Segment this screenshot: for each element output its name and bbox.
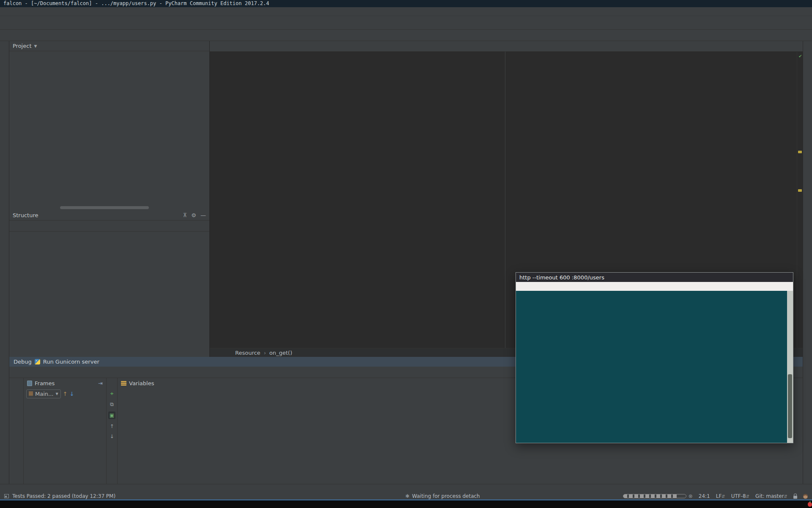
chevron-down-icon: ▼ [55,392,58,396]
line-separator-widget[interactable]: LF⇵ [716,493,725,499]
project-panel-title: Project [13,43,31,49]
caret-position[interactable]: 24:1 [699,493,710,499]
right-tool-strip [803,41,812,484]
frames-panel: Frames ⇥ Main... ▼ ↑ ↓ [24,378,107,484]
scrollbar-thumb[interactable] [788,374,792,438]
scrollbar-thumb[interactable] [60,206,149,209]
structure-header-icons[interactable]: ⊼ ⚙ — [183,213,206,218]
editor-tabs [210,41,803,52]
down-icon[interactable]: ↓ [110,433,114,439]
tool-window-bar [0,484,812,493]
up-icon[interactable]: ↑ [110,423,114,429]
hard-wrap-guide [505,52,505,348]
warning-mark[interactable] [798,151,802,153]
thread-selector[interactable]: Main... ▼ [26,389,61,398]
breadcrumb-method[interactable]: on_get() [269,350,292,356]
next-frame-icon[interactable]: ↓ [70,391,74,397]
encoding-widget[interactable]: UTF-8⇵ [731,493,749,499]
toolwindow-switcher-icon[interactable] [4,494,9,498]
debugger-actions-strip [9,378,24,484]
watch-view-icon[interactable]: ▣ [108,411,115,419]
thread-icon [29,392,33,396]
tests-status[interactable]: Tests Passed: 2 passed (today 12:37 PM) [12,493,115,499]
terminal-scrollbar[interactable] [787,291,793,443]
terminal-menu-bar [516,282,793,291]
thread-name: Main... [35,391,53,397]
warning-mark[interactable] [798,189,802,192]
structure-panel-title: Structure [13,212,38,218]
variables-icon [121,381,126,386]
structure-panel-header[interactable]: Structure ⊼ ⚙ — [9,210,209,221]
previous-frame-icon[interactable]: ↑ [63,391,68,397]
copy-icon[interactable]: ⧉ [110,401,114,407]
main-toolbar [0,16,812,30]
variables-title: Variables [129,380,154,387]
python-icon [35,359,40,364]
chevron-right-icon: › [264,350,266,356]
red-indicator-icon [808,502,812,507]
breadcrumb-class[interactable]: Resource [235,350,261,356]
system-taskbar [0,500,812,508]
background-progress-bar [623,494,686,498]
spinner-icon: ✱ [405,493,409,499]
popout-icon[interactable]: ⇥ [98,380,103,387]
frames-title: Frames [35,380,55,387]
error-stripe[interactable]: ✔ [797,52,803,348]
status-bar: Tests Passed: 2 passed (today 12:37 PM) … [0,493,812,500]
chevron-down-icon[interactable]: ▼ [34,44,37,48]
left-tool-strip [0,41,9,484]
navigation-breadcrumb-bar [0,30,812,41]
status-message: Waiting for process detach [412,493,480,499]
structure-tree [9,232,209,357]
lock-icon[interactable] [793,496,797,499]
pycharm-window: falcon - [~/Documents/falcon] - .../myap… [0,0,812,508]
settings-icon[interactable]: ⚙ [191,213,196,218]
hide-icon[interactable]: — [200,213,206,218]
terminal-title: http --timeout 600 :8000/users [519,274,604,281]
terminal-output[interactable] [516,291,793,443]
variables-mini-toolbar: ＋ ⧉ ▣ ↑ ↓ [107,378,118,484]
debug-session-name: Run Gunicorn server [43,359,99,365]
structure-toolbar [9,221,209,232]
sidebar: Project ▼ Structure ⊼ ⚙ — [9,41,210,357]
project-tree [9,51,209,206]
cancel-progress-icon[interactable]: ⊗ [689,493,693,499]
git-branch-widget[interactable]: Git: master⇵ [755,493,787,499]
highlighting-level-icon[interactable] [803,494,808,499]
window-title-bar[interactable]: falcon - [~/Documents/falcon] - .../myap… [0,0,812,7]
expand-icon[interactable]: ⊼ [183,213,187,218]
project-panel-header[interactable]: Project ▼ [9,41,209,51]
project-hscrollbar[interactable] [9,206,209,210]
debug-title: Debug [14,359,32,365]
window-title: falcon - [~/Documents/falcon] - .../myap… [3,0,269,6]
add-watch-icon[interactable]: ＋ [110,390,115,397]
menu-bar [0,7,812,16]
inspections-ok-icon[interactable]: ✔ [799,53,802,59]
terminal-title-bar[interactable]: http --timeout 600 :8000/users [516,273,793,282]
frames-list [24,399,106,484]
frame-icon [27,381,32,386]
terminal-window[interactable]: http --timeout 600 :8000/users [516,272,793,443]
